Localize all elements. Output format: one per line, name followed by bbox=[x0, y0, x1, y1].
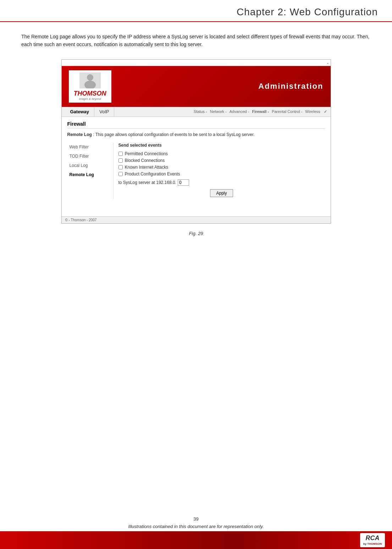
screen-footer: © - Thomson - 2007 bbox=[62, 216, 331, 223]
thomson-logo: THOMSON images & beyond bbox=[69, 70, 111, 103]
nav-tab-gateway[interactable]: Gateway bbox=[65, 107, 94, 116]
checkbox-blocked: Blocked Connections bbox=[118, 158, 325, 163]
nav-link-status[interactable]: Status - bbox=[193, 107, 208, 116]
admin-title: Administration bbox=[258, 82, 323, 91]
form-title: Send selected events bbox=[118, 143, 325, 148]
checkbox-attacks-label: Known Internet Attacks bbox=[125, 165, 169, 170]
person-svg bbox=[79, 72, 101, 88]
page-label: Remote Log bbox=[67, 132, 92, 137]
form-area: Send selected events Permitted Connectio… bbox=[118, 143, 325, 199]
page-header: Chapter 2: Web Configuration bbox=[0, 0, 392, 22]
content-area: Firewall Remote Log : This page allows o… bbox=[62, 117, 331, 216]
page-footer: 39 Illustrations contained in this docum… bbox=[0, 516, 392, 529]
nav-expand-icon[interactable]: ✓ bbox=[324, 109, 327, 114]
nav-top-links: Status - Network - Advanced - Firewall -… bbox=[193, 107, 327, 116]
checkbox-config: Product Configuration Events bbox=[118, 172, 325, 176]
scroll-icon: ⌄ bbox=[326, 61, 329, 65]
nav-link-advanced[interactable]: Advanced - bbox=[229, 107, 250, 116]
nav-link-network[interactable]: Network - bbox=[209, 107, 227, 116]
screenshot-wrapper: ⌄ THOMSON images & beyond Administration… bbox=[14, 59, 378, 224]
rca-logo: RCA by THOMSON bbox=[360, 533, 385, 547]
sidebar: Web Filter TOD Filter Local Log Remote L… bbox=[67, 143, 114, 199]
brand-sub: images & beyond bbox=[79, 97, 101, 100]
syslog-prefix: to SysLog server at 192.168.0. bbox=[118, 180, 176, 185]
checkbox-permitted: Permitted Connections bbox=[118, 151, 325, 156]
sidebar-item-webfilter[interactable]: Web Filter bbox=[67, 143, 110, 151]
screen-topbar: ⌄ bbox=[62, 60, 331, 66]
checkbox-blocked-label: Blocked Connections bbox=[125, 158, 165, 163]
nav-link-firewall[interactable]: Firewall - bbox=[251, 107, 270, 116]
sidebar-item-locallog[interactable]: Local Log bbox=[67, 161, 110, 170]
nav-link-wireless[interactable]: Wireless bbox=[304, 107, 321, 116]
checkbox-config-label: Product Configuration Events bbox=[125, 172, 180, 176]
checkbox-attacks-input[interactable] bbox=[118, 165, 123, 169]
apply-btn-wrapper: Apply bbox=[118, 189, 325, 197]
checkbox-blocked-input[interactable] bbox=[118, 158, 123, 163]
rca-byline: by THOMSON bbox=[363, 541, 382, 545]
nav-tab-voip[interactable]: VoIP bbox=[94, 107, 114, 116]
page-desc: Remote Log : This page allows optional c… bbox=[67, 131, 325, 138]
sidebar-item-remotelog[interactable]: Remote Log bbox=[67, 170, 110, 179]
page-number: 39 bbox=[0, 516, 392, 522]
checkbox-permitted-label: Permitted Connections bbox=[125, 151, 168, 156]
brand-name: THOMSON bbox=[74, 90, 106, 97]
screenshot-box: ⌄ THOMSON images & beyond Administration… bbox=[61, 59, 331, 224]
fig-caption: Fig. 29 bbox=[0, 231, 392, 236]
section-title: Firewall bbox=[67, 121, 325, 129]
admin-header: THOMSON images & beyond Administration bbox=[62, 66, 331, 107]
footer-note: Illustrations contained in this document… bbox=[128, 524, 264, 529]
nav-link-parental[interactable]: Parental Control - bbox=[271, 107, 303, 116]
intro-text: The Remote Log page allows you to specif… bbox=[0, 33, 392, 49]
bottom-bar: RCA by THOMSON bbox=[0, 531, 392, 549]
sidebar-item-todfilter[interactable]: TOD Filter bbox=[67, 152, 110, 161]
chapter-title: Chapter 2: Web Configuration bbox=[14, 6, 378, 18]
svg-point-1 bbox=[84, 81, 96, 88]
rca-text: RCA bbox=[366, 535, 380, 541]
checkbox-config-input[interactable] bbox=[118, 172, 123, 176]
svg-point-0 bbox=[87, 74, 93, 81]
checkbox-attacks: Known Internet Attacks bbox=[118, 165, 325, 170]
page-desc-text: : This page allows optional configuratio… bbox=[93, 132, 254, 137]
apply-button[interactable]: Apply bbox=[210, 189, 233, 197]
nav-tabs-row: Gateway VoIP Status - Network - Advanced… bbox=[62, 107, 331, 117]
checkbox-permitted-input[interactable] bbox=[118, 152, 123, 156]
main-layout: Web Filter TOD Filter Local Log Remote L… bbox=[67, 143, 325, 199]
logo-image bbox=[79, 72, 101, 88]
footer-copyright: © - Thomson - 2007 bbox=[65, 218, 97, 222]
syslog-input[interactable] bbox=[178, 179, 189, 186]
syslog-row: to SysLog server at 192.168.0. bbox=[118, 179, 325, 186]
